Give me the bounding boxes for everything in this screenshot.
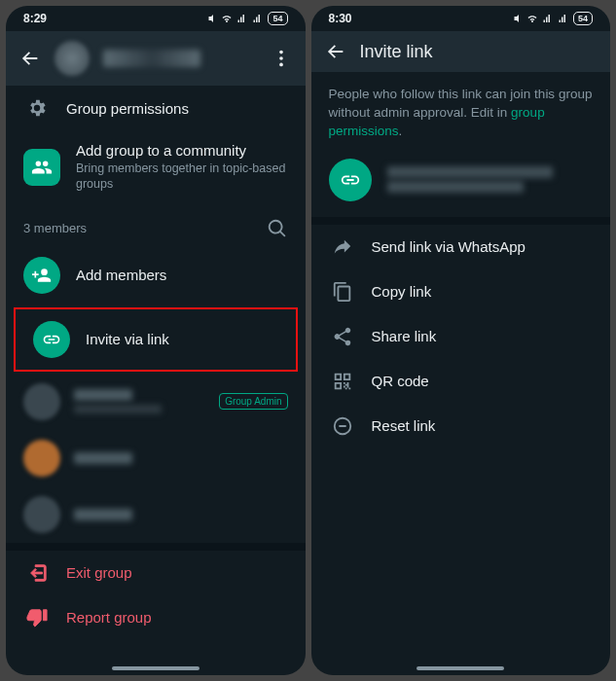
link-icon [329, 159, 372, 201]
forward-icon [329, 236, 356, 258]
row-share-link[interactable]: Share link [311, 314, 611, 359]
gear-icon [23, 97, 51, 119]
row-reset-link[interactable]: Reset link [311, 404, 611, 448]
send-label: Send link via WhatsApp [372, 238, 594, 255]
wifi-icon [526, 13, 538, 24]
reset-icon [329, 415, 356, 437]
community-label: Add group to a community [76, 142, 288, 159]
add-person-icon [23, 257, 60, 294]
highlight-invite-link: Invite via link [14, 307, 298, 372]
qr-label: QR code [372, 373, 594, 389]
row-add-community[interactable]: Add group to a community Bring members t… [6, 130, 306, 204]
row-copy-link[interactable]: Copy link [311, 269, 611, 314]
mute-icon [511, 13, 523, 24]
row-report-group[interactable]: Report group [6, 595, 306, 640]
group-title [103, 50, 200, 67]
reset-label: Reset link [372, 417, 594, 434]
share-label: Share link [372, 328, 594, 344]
member-name [74, 389, 132, 401]
thumbs-down-icon [23, 607, 51, 628]
help-text: People who follow this link can join thi… [311, 72, 611, 147]
wifi-icon [221, 13, 233, 24]
battery-level: 54 [268, 12, 287, 25]
community-icon [23, 149, 60, 186]
svg-point-0 [279, 51, 283, 54]
exit-label: Exit group [66, 564, 288, 581]
link-icon [33, 321, 70, 358]
signal-icon [542, 13, 554, 24]
member-avatar [23, 496, 60, 533]
status-time: 8:29 [23, 12, 47, 25]
svg-point-1 [279, 56, 283, 60]
invite-link-display[interactable] [311, 147, 611, 217]
more-icon[interactable] [271, 48, 292, 69]
copy-label: Copy link [372, 283, 594, 300]
share-icon [329, 326, 356, 347]
row-send-link[interactable]: Send link via WhatsApp [311, 225, 611, 269]
signal2-icon [558, 13, 569, 24]
back-icon[interactable] [325, 41, 346, 62]
invite-link-label: Invite via link [86, 331, 278, 347]
status-icons: 54 [205, 12, 287, 25]
community-sub: Bring members together in topic-based gr… [76, 161, 288, 193]
row-group-permissions[interactable]: Group permissions [6, 86, 306, 130]
help-post: . [399, 124, 403, 138]
row-exit-group[interactable]: Exit group [6, 551, 306, 595]
admin-badge: Group Admin [219, 393, 287, 410]
svg-point-2 [279, 63, 283, 67]
home-indicator [417, 666, 504, 670]
group-avatar[interactable] [54, 41, 90, 76]
member-avatar [23, 440, 60, 477]
copy-icon [329, 281, 356, 303]
app-header [6, 31, 306, 86]
permissions-label: Group permissions [66, 100, 288, 117]
signal-icon [236, 13, 248, 24]
member-name [74, 452, 132, 464]
row-invite-link[interactable]: Invite via link [16, 309, 296, 370]
app-header: Invite link [311, 31, 611, 72]
help-pre: People who follow this link can join thi… [329, 87, 593, 120]
invite-url [387, 163, 594, 196]
status-bar: 8:29 54 [6, 6, 306, 31]
page-title: Invite link [360, 42, 598, 62]
row-add-members[interactable]: Add members [6, 245, 306, 305]
exit-icon [23, 562, 51, 584]
qr-icon [329, 371, 356, 392]
status-icons: 54 [511, 12, 593, 25]
member-row-1[interactable]: Group Admin [6, 374, 306, 430]
row-qr-code[interactable]: QR code [311, 359, 611, 404]
member-row-2[interactable] [6, 430, 306, 486]
member-avatar [23, 383, 60, 420]
member-status [74, 405, 162, 413]
content: People who follow this link can join thi… [311, 72, 611, 675]
divider [6, 543, 306, 551]
status-bar: 8:30 54 [311, 6, 611, 31]
content: Group permissions Add group to a communi… [6, 86, 306, 675]
status-time: 8:30 [329, 12, 352, 25]
battery-level: 54 [573, 12, 593, 25]
phone-group-info: 8:29 54 Group permissions Add gro [6, 6, 306, 675]
members-count: 3 members [23, 221, 87, 235]
divider [311, 217, 611, 225]
back-icon[interactable] [19, 48, 41, 69]
search-icon[interactable] [267, 218, 288, 239]
member-name [74, 509, 132, 520]
signal2-icon [252, 13, 264, 24]
report-label: Report group [66, 609, 288, 626]
add-members-label: Add members [76, 267, 288, 283]
phone-invite-link: 8:30 54 Invite link People who follow th… [311, 6, 611, 675]
mute-icon [205, 13, 217, 24]
members-header: 3 members [6, 204, 306, 245]
member-row-3[interactable] [6, 486, 306, 543]
home-indicator [112, 666, 199, 670]
